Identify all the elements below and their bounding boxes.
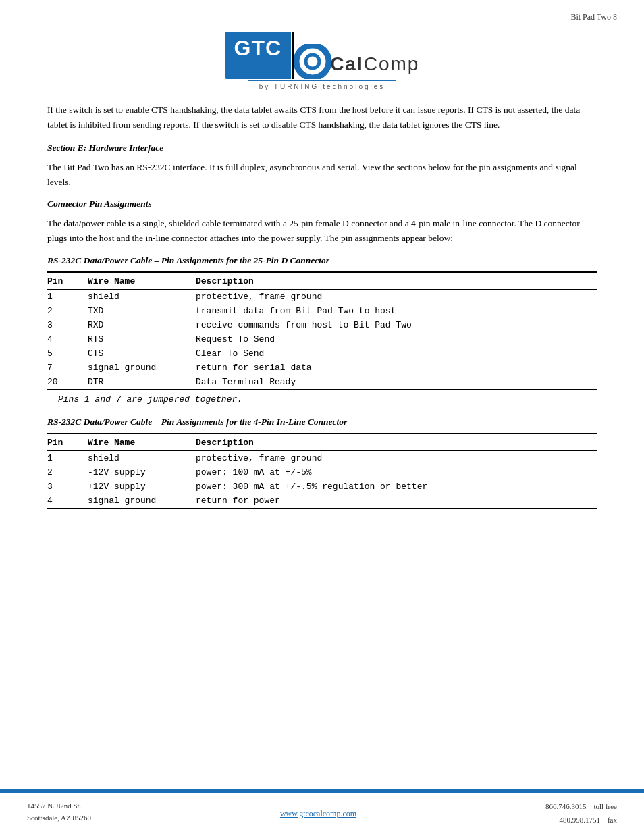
turning-text: by TURNING technologies [248, 80, 396, 90]
turning-wrap: by TURNING technologies [248, 80, 396, 90]
page-header: Bit Pad Two 8 [0, 0, 644, 25]
table1-note: Pins 1 and 7 are jumpered together. [58, 394, 597, 405]
svg-point-1 [306, 55, 319, 68]
table2-wire-3: signal ground [88, 494, 196, 509]
table1-wire-5: signal ground [88, 361, 196, 375]
gtco-badge: GTC [225, 32, 292, 79]
table1-wire-1: TXD [88, 304, 196, 318]
table2-row-2: 3 +12V supply power: 300 mA at +/-.5% re… [47, 479, 597, 494]
table1-row-1: 2 TXD transmit data from Bit Pad Two to … [47, 304, 597, 318]
table2: Pin Wire Name Description 1 shield prote… [47, 433, 597, 509]
table1-header-row: Pin Wire Name Description [47, 273, 597, 290]
table2-col-pin-header: Pin [47, 435, 88, 451]
table1: Pin Wire Name Description 1 shield prote… [47, 271, 597, 390]
footer-fax-row: 480.998.1751 fax [545, 814, 617, 827]
gtco-badge-wrap: GTC [225, 32, 292, 79]
table2-pin-2: 3 [47, 479, 88, 494]
table1-pin-3: 4 [47, 332, 88, 346]
table1-row-4: 5 CTS Clear To Send [47, 346, 597, 361]
section-e-body: The Bit Pad Two has an RS-232C interface… [47, 160, 597, 189]
table1-row-5: 7 signal ground return for serial data [47, 361, 597, 375]
table1-desc-0: protective, frame ground [196, 289, 597, 304]
table1-pin-4: 5 [47, 346, 88, 361]
table2-row-0: 1 shield protective, frame ground [47, 450, 597, 465]
table1-col-wire-header: Wire Name [88, 273, 196, 290]
table2-row-1: 2 -12V supply power: 100 mA at +/-5% [47, 465, 597, 479]
footer-fax-number: 480.998.1751 [559, 816, 600, 824]
table2-col-desc-header: Description [196, 435, 597, 451]
table1-wire-4: CTS [88, 346, 196, 361]
table1-wire-2: RXD [88, 318, 196, 332]
c-logo-svg [294, 44, 334, 79]
footer-phone-area: 866.746.3015 toll free 480.998.1751 fax [545, 800, 617, 827]
logo-combined: GTC CalComp [225, 32, 420, 90]
logo-area: GTC CalComp [0, 25, 644, 96]
table1-pin-5: 7 [47, 361, 88, 375]
table2-pin-0: 1 [47, 450, 88, 465]
table2-wire-2: +12V supply [88, 479, 196, 494]
table2-pin-1: 2 [47, 465, 88, 479]
table2-desc-0: protective, frame ground [196, 450, 597, 465]
table1-desc-5: return for serial data [196, 361, 597, 375]
table1-wire-0: shield [88, 289, 196, 304]
table1-col-pin-header: Pin [47, 273, 88, 290]
footer-toll-free-label: toll free [593, 802, 617, 810]
table2-wire-0: shield [88, 450, 196, 465]
connector-body: The data/power cable is a single, shield… [47, 216, 597, 245]
gtco-text: GTC [234, 36, 282, 60]
svg-point-0 [296, 45, 329, 78]
table1-desc-1: transmit data from Bit Pad Two to host [196, 304, 597, 318]
table1-pin-6: 20 [47, 375, 88, 390]
table1-wire-6: DTR [88, 375, 196, 390]
table2-caption: RS-232C Data/Power Cable – Pin Assignmen… [47, 417, 597, 427]
main-content: If the switch is set to enable CTS hands… [0, 96, 644, 789]
table2-desc-3: return for power [196, 494, 597, 509]
table1-wire-3: RTS [88, 332, 196, 346]
footer-phone-row: 866.746.3015 toll free [545, 800, 617, 814]
table2-desc-1: power: 100 mA at +/-5% [196, 465, 597, 479]
table2-pin-3: 4 [47, 494, 88, 509]
logo-main-row: GTC CalComp [225, 32, 420, 79]
footer-phone-number: 866.746.3015 [545, 802, 587, 810]
table1-desc-3: Request To Send [196, 332, 597, 346]
footer-addr-line2: Scottsdale, AZ 85260 [27, 812, 91, 825]
table1-col-desc-header: Description [196, 273, 597, 290]
right-logo-part: CalComp [294, 32, 419, 79]
table1-pin-1: 2 [47, 304, 88, 318]
table1-desc-4: Clear To Send [196, 346, 597, 361]
page-label: Bit Pad Two 8 [570, 12, 617, 22]
section-e-heading: Section E: Hardware Interface [47, 142, 597, 153]
table1-caption: RS-232C Data/Power Cable – Pin Assignmen… [47, 255, 597, 266]
connector-heading: Connector Pin Assignments [47, 199, 597, 209]
table1-desc-2: receive commands from host to Bit Pad Tw… [196, 318, 597, 332]
table1-pin-2: 3 [47, 318, 88, 332]
table2-row-3: 4 signal ground return for power [47, 494, 597, 509]
table1-row-3: 4 RTS Request To Send [47, 332, 597, 346]
footer-content: 14557 N. 82nd St. Scottsdale, AZ 85260 w… [0, 793, 644, 834]
table1-pin-0: 1 [47, 289, 88, 304]
footer-address: 14557 N. 82nd St. Scottsdale, AZ 85260 [27, 800, 91, 824]
table2-header-row: Pin Wire Name Description [47, 435, 597, 451]
intro-paragraph: If the switch is set to enable CTS hands… [47, 103, 597, 132]
table2-desc-2: power: 300 mA at +/-.5% regulation or be… [196, 479, 597, 494]
footer-fax-label: fax [608, 816, 617, 824]
calcomp-text: CalComp [330, 53, 419, 79]
table1-row-6: 20 DTR Data Terminal Ready [47, 375, 597, 390]
table2-col-wire-header: Wire Name [88, 435, 196, 451]
table1-row-2: 3 RXD receive commands from host to Bit … [47, 318, 597, 332]
table1-desc-6: Data Terminal Ready [196, 375, 597, 390]
table2-wire-1: -12V supply [88, 465, 196, 479]
table1-row-0: 1 shield protective, frame ground [47, 289, 597, 304]
c-logo-wrap: CalComp [294, 44, 419, 79]
footer-website[interactable]: www.gtcocalcomp.com [280, 809, 356, 819]
footer-addr-line1: 14557 N. 82nd St. [27, 800, 91, 812]
